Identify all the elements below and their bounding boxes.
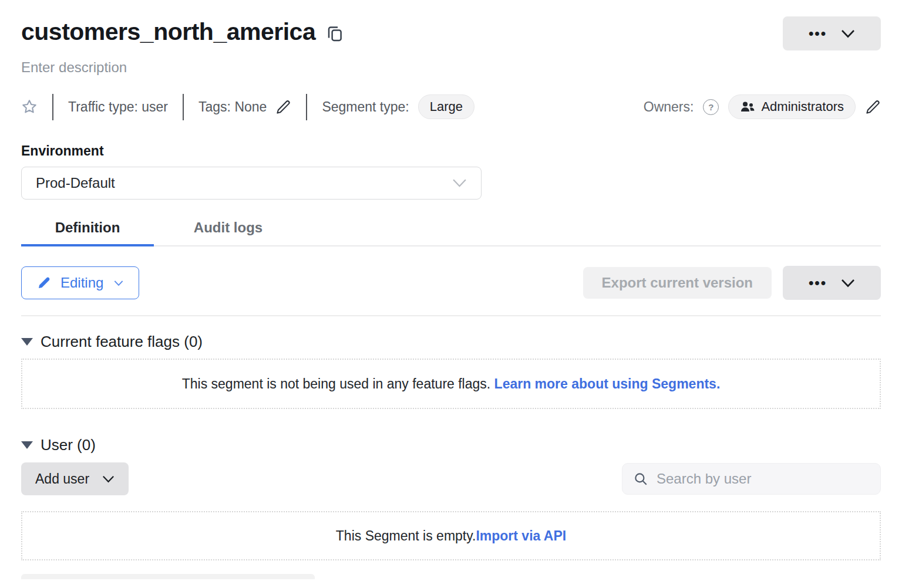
tags-label: Tags: None <box>198 99 267 115</box>
editing-button[interactable]: Editing <box>21 266 139 299</box>
group-icon <box>740 100 755 113</box>
segment-type-label: Segment type: <box>322 99 409 115</box>
owners-label: Owners: <box>644 99 694 115</box>
definition-toolbar: Editing Export current version ••• <box>21 266 881 300</box>
environment-select[interactable]: Prod-Default <box>21 167 482 200</box>
triangle-down-icon <box>21 338 33 346</box>
user-section-title: User (0) <box>41 436 96 454</box>
segment-type-badge: Large <box>418 94 474 119</box>
add-user-label: Add user <box>35 471 89 487</box>
description-field[interactable]: Enter description <box>21 59 881 76</box>
owners-value: Administrators <box>761 99 844 114</box>
chevron-down-icon <box>102 475 115 483</box>
environment-label: Environment <box>21 143 881 159</box>
edit-owners-pencil-icon[interactable] <box>865 99 881 115</box>
header-more-button[interactable]: ••• <box>783 16 881 50</box>
divider <box>306 94 307 120</box>
page-header: customers_north_america ••• <box>21 16 881 50</box>
chevron-down-icon <box>841 29 855 38</box>
segment-detail-page: customers_north_america ••• Enter descri… <box>0 16 902 579</box>
owners-badge[interactable]: Administrators <box>728 94 856 119</box>
owners-help-icon[interactable]: ? <box>703 99 719 115</box>
search-by-user-input[interactable] <box>657 471 870 487</box>
learn-more-link[interactable]: Learn more about using Segments. <box>494 376 721 391</box>
tab-audit-logs[interactable]: Audit logs <box>154 219 302 245</box>
chevron-down-icon <box>841 279 855 288</box>
ellipsis-icon: ••• <box>809 276 827 290</box>
toolbar-more-button[interactable]: ••• <box>783 266 881 300</box>
feature-flags-empty-text: This segment is not being used in any fe… <box>182 376 494 391</box>
pencil-icon <box>37 276 51 290</box>
traffic-type-label: Traffic type: user <box>68 99 168 115</box>
user-actions-row: Add user <box>21 462 881 495</box>
feature-flags-empty-state: This segment is not being used in any fe… <box>21 359 881 409</box>
divider <box>21 315 881 316</box>
divider <box>52 94 53 120</box>
export-current-version-button[interactable]: Export current version <box>583 267 772 299</box>
tab-definition[interactable]: Definition <box>21 219 154 245</box>
page-title: customers_north_america <box>21 16 315 47</box>
edit-tags-pencil-icon[interactable] <box>275 99 291 115</box>
feature-flags-section-title: Current feature flags (0) <box>41 333 203 351</box>
meta-row: Traffic type: user Tags: None Segment ty… <box>21 93 881 121</box>
divider <box>183 94 184 120</box>
environment-selected-value: Prod-Default <box>36 175 115 191</box>
ellipsis-icon: ••• <box>809 26 827 40</box>
editing-label: Editing <box>60 275 103 291</box>
tab-bar: Definition Audit logs <box>21 219 881 246</box>
copy-icon[interactable] <box>326 23 344 43</box>
add-user-button[interactable]: Add user <box>21 462 129 495</box>
chevron-down-icon <box>452 178 467 188</box>
segment-empty-text: This Segment is empty. <box>336 528 476 543</box>
user-section-header[interactable]: User (0) <box>21 436 881 454</box>
user-empty-state: This Segment is empty.Import via API <box>21 511 881 560</box>
search-icon <box>633 471 648 486</box>
user-search-box <box>622 463 881 495</box>
import-via-api-link[interactable]: Import via API <box>476 528 566 543</box>
cutoff-element <box>21 574 315 579</box>
chevron-down-icon <box>114 280 123 286</box>
feature-flags-section-header[interactable]: Current feature flags (0) <box>21 333 881 351</box>
star-icon[interactable] <box>21 99 38 115</box>
triangle-down-icon <box>21 441 33 449</box>
